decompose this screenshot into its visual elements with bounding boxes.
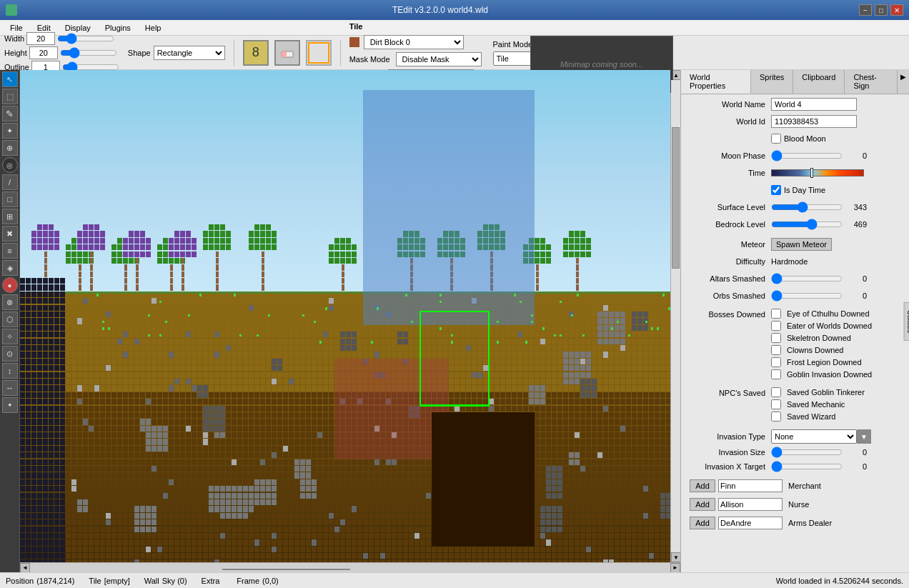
tool-select[interactable]: ⬚ [2,89,18,104]
eraser-button[interactable] [274,40,300,66]
allison-name-input[interactable] [718,498,783,511]
add-finn-button[interactable]: Add [690,479,715,492]
utilities-tab[interactable]: Utilities [903,302,909,340]
menu-help[interactable]: Help [138,22,169,34]
width-input[interactable] [26,32,55,45]
mask-mode-select[interactable]: Disable Mask [396,52,482,66]
tile-color [349,37,359,47]
invasion-dropdown-button[interactable]: ▼ [857,429,871,444]
invasion-size-row: Invasion Size 0 [687,447,903,458]
boss-clowns-checkbox[interactable] [771,345,781,355]
tool-pencil[interactable]: ✎ [2,106,18,121]
scroll-left-button[interactable]: ◄ [20,563,30,573]
npc-goblin-checkbox[interactable] [771,387,781,397]
world-loaded-status: World loaded in 4.5206244 seconds. [776,577,903,585]
tab-clipboard[interactable]: Clipboard [793,70,845,94]
invasion-x-label: Invasion X Target [687,462,765,471]
boss-eater-checkbox[interactable] [771,321,781,331]
npc-wizard-checkbox[interactable] [771,412,781,422]
npc-mechanic-label: Saved Mechanic [787,400,845,409]
scroll-down-button[interactable]: ▼ [671,552,680,562]
tool-rect[interactable]: □ [2,191,18,207]
time-row: Time [687,166,903,180]
add-allison-button[interactable]: Add [690,498,715,511]
scroll-thumb[interactable] [672,127,680,269]
height-slider[interactable] [60,49,117,57]
tile-select[interactable]: Dirt Block 0 [364,35,464,49]
left-toolbar: ↖ ⬚ ✎ ✦ ⊕ ◎ / □ ⊞ ✖ ≡ ◈ ● ⊗ ⬡ ✧ ⊙ ↕ ↔ ✦ [0,70,20,572]
block-tool-button[interactable]: 8 [243,40,269,66]
tool-9[interactable]: ≡ [2,243,18,259]
world-canvas[interactable] [20,70,670,562]
tool-circle2[interactable]: ● [2,277,18,293]
maximize-button[interactable]: □ [875,4,888,16]
add-deandre-button[interactable]: Add [690,517,715,529]
deandre-name-input[interactable] [718,517,783,529]
altars-slider[interactable] [771,273,843,284]
tab-world-properties[interactable]: World Properties [681,70,751,94]
bosses-section: Bosses Downed Eye of Cthulhu Downed Eate… [687,309,903,382]
boss-skeletron-checkbox[interactable] [771,333,781,343]
tool-10[interactable]: ◈ [2,260,18,276]
blood-moon-checkbox[interactable] [771,134,781,144]
tab-chest-sign[interactable]: Chest-Sign [845,70,898,94]
tool-circle1[interactable]: ◎ [2,157,18,173]
height-input[interactable] [29,46,58,59]
boss-eye-checkbox[interactable] [771,309,781,319]
boss-frost-checkbox[interactable] [771,357,781,367]
shape-select[interactable]: Rectangle Ellipse Diamond [154,46,225,60]
tool-fill[interactable]: ⊕ [2,140,18,156]
tool-12[interactable]: ⬡ [2,312,18,327]
time-slider-container[interactable] [771,168,864,178]
separator-1 [234,40,234,66]
hscroll-thumb[interactable] [222,569,350,570]
blood-moon-row: Blood Moon [687,131,903,146]
tool-11[interactable]: ⊗ [2,294,18,310]
tool-14[interactable]: ⊙ [2,346,18,362]
minimize-button[interactable]: − [859,4,872,16]
tool-16[interactable]: ↔ [2,380,18,396]
paint-box-button[interactable] [306,40,332,66]
invasion-type-select[interactable]: None Goblin Army Snow Legion Pirates [771,429,857,444]
bedrock-level-slider[interactable] [771,219,843,230]
world-id-input[interactable] [771,115,857,128]
surface-level-slider[interactable] [771,201,843,213]
tab-expand-button[interactable]: ▶ [898,70,909,94]
scroll-right-button[interactable]: ► [670,563,680,573]
bosses-label: Bosses Downed [687,310,765,319]
tool-13[interactable]: ✧ [2,329,18,344]
tile-value: [empty] [104,577,130,585]
altars-label: Altars Smashed [687,274,765,283]
tool-arrow[interactable]: ↖ [2,71,18,87]
tab-sprites[interactable]: Sprites [751,70,793,94]
width-slider[interactable] [57,34,114,43]
tool-line[interactable]: / [2,174,18,190]
world-name-input[interactable] [771,98,857,111]
is-day-checkbox[interactable] [771,185,781,195]
boss-goblin-label: Goblin Invasion Downed [787,370,872,379]
tool-brush[interactable]: ✦ [2,123,18,139]
tool-17[interactable]: ✦ [2,397,18,413]
boss-goblin-checkbox[interactable] [771,369,781,379]
npc-mechanic-checkbox[interactable] [771,399,781,409]
difficulty-value: Hardmode [771,257,808,266]
meteor-row: Meteor Spawn Meteor [687,237,903,251]
tabs: World Properties Sprites Clipboard Chest… [681,70,909,94]
spawn-meteor-button[interactable]: Spawn Meteor [771,238,832,251]
close-button[interactable]: ✕ [890,4,903,16]
extra-label: Extra [202,577,220,585]
orbs-slider[interactable] [771,290,843,302]
tool-15[interactable]: ↕ [2,363,18,379]
moon-phase-slider[interactable] [771,150,843,161]
position-status: Position (1874,214) [6,577,74,585]
scroll-track[interactable] [671,80,680,552]
finn-name-input[interactable] [718,479,783,492]
npc-goblin-tinkerer: Saved Goblin Tinkerer [771,387,865,397]
tile-section-header: Tile [349,22,482,31]
tool-eraser[interactable]: ✖ [2,226,18,241]
invasion-x-row: Invasion X Target 0 [687,461,903,472]
tool-spray[interactable]: ⊞ [2,209,18,224]
invasion-x-slider[interactable] [771,461,843,472]
canvas-area[interactable] [20,70,670,562]
invasion-size-slider[interactable] [771,447,843,458]
